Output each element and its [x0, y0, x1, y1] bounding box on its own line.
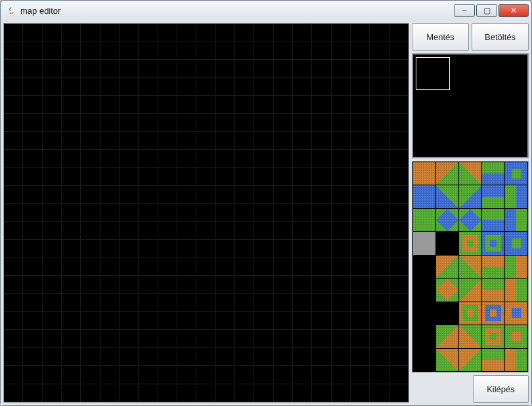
grid-cell[interactable] — [216, 132, 235, 150]
grid-cell[interactable] — [332, 294, 351, 311]
palette-tile[interactable] — [505, 302, 527, 325]
grid-cell[interactable] — [4, 96, 23, 114]
grid-cell[interactable] — [293, 150, 312, 168]
grid-cell[interactable] — [370, 186, 389, 204]
grid-cell[interactable] — [254, 330, 273, 348]
grid-cell[interactable] — [312, 276, 331, 294]
grid-cell[interactable] — [216, 312, 235, 330]
grid-cell[interactable] — [274, 24, 293, 41]
grid-cell[interactable] — [254, 78, 273, 95]
grid-cell[interactable] — [120, 168, 139, 185]
grid-cell[interactable] — [120, 60, 139, 78]
palette-tile[interactable] — [482, 325, 504, 348]
grid-cell[interactable] — [43, 348, 62, 366]
grid-cell[interactable] — [62, 204, 81, 221]
grid-cell[interactable] — [23, 24, 42, 41]
grid-cell[interactable] — [23, 294, 42, 311]
grid-cell[interactable] — [312, 168, 331, 185]
grid-cell[interactable] — [312, 132, 331, 150]
grid-cell[interactable] — [351, 258, 370, 276]
grid-cell[interactable] — [100, 150, 120, 168]
palette-tile[interactable] — [413, 325, 435, 348]
grid-cell[interactable] — [158, 222, 177, 240]
palette-tile[interactable] — [459, 209, 481, 231]
grid-cell[interactable] — [332, 60, 351, 78]
palette-tile[interactable] — [459, 232, 481, 254]
grid-cell[interactable] — [332, 24, 351, 41]
grid-cell[interactable] — [293, 384, 312, 402]
grid-cell[interactable] — [4, 294, 23, 311]
grid-cell[interactable] — [370, 222, 389, 240]
grid-cell[interactable] — [120, 258, 139, 276]
grid-cell[interactable] — [4, 168, 23, 185]
grid-cell[interactable] — [177, 312, 196, 330]
grid-cell[interactable] — [43, 96, 62, 114]
grid-cell[interactable] — [43, 240, 62, 258]
grid-cell[interactable] — [177, 222, 196, 240]
grid-cell[interactable] — [81, 114, 100, 131]
grid-cell[interactable] — [293, 114, 312, 131]
grid-cell[interactable] — [389, 366, 409, 384]
grid-cell[interactable] — [351, 312, 370, 330]
grid-cell[interactable] — [43, 41, 62, 59]
grid-cell[interactable] — [23, 366, 42, 384]
grid-cell[interactable] — [43, 132, 62, 150]
grid-cell[interactable] — [235, 348, 254, 366]
palette-tile[interactable] — [482, 349, 504, 371]
grid-cell[interactable] — [196, 258, 215, 276]
grid-cell[interactable] — [139, 276, 158, 294]
palette-tile[interactable] — [436, 302, 458, 325]
grid-cell[interactable] — [139, 330, 158, 348]
grid-cell[interactable] — [216, 294, 235, 311]
palette-tile[interactable] — [436, 279, 458, 301]
grid-cell[interactable] — [254, 41, 273, 59]
grid-cell[interactable] — [216, 150, 235, 168]
grid-cell[interactable] — [274, 114, 293, 131]
grid-cell[interactable] — [81, 186, 100, 204]
grid-cell[interactable] — [332, 348, 351, 366]
grid-cell[interactable] — [158, 312, 177, 330]
grid-cell[interactable] — [81, 276, 100, 294]
grid-cell[interactable] — [332, 78, 351, 95]
grid-cell[interactable] — [81, 41, 100, 59]
grid-cell[interactable] — [139, 258, 158, 276]
grid-cell[interactable] — [177, 114, 196, 131]
grid-cell[interactable] — [158, 150, 177, 168]
grid-cell[interactable] — [158, 186, 177, 204]
grid-cell[interactable] — [351, 366, 370, 384]
grid-cell[interactable] — [351, 24, 370, 41]
grid-cell[interactable] — [23, 384, 42, 402]
grid-cell[interactable] — [196, 222, 215, 240]
grid-cell[interactable] — [100, 294, 120, 311]
palette-tile[interactable] — [505, 185, 527, 208]
palette-tile[interactable] — [482, 209, 504, 231]
grid-cell[interactable] — [43, 276, 62, 294]
grid-cell[interactable] — [351, 276, 370, 294]
grid-cell[interactable] — [235, 78, 254, 95]
grid-cell[interactable] — [62, 132, 81, 150]
grid-cell[interactable] — [351, 240, 370, 258]
grid-cell[interactable] — [332, 366, 351, 384]
grid-cell[interactable] — [389, 41, 409, 59]
grid-cell[interactable] — [62, 330, 81, 348]
grid-cell[interactable] — [62, 276, 81, 294]
grid-cell[interactable] — [139, 366, 158, 384]
grid-cell[interactable] — [23, 312, 42, 330]
grid-cell[interactable] — [4, 204, 23, 221]
grid-cell[interactable] — [312, 240, 331, 258]
grid-cell[interactable] — [23, 330, 42, 348]
grid-cell[interactable] — [196, 348, 215, 366]
grid-cell[interactable] — [389, 168, 409, 185]
grid-cell[interactable] — [235, 24, 254, 41]
grid-cell[interactable] — [370, 204, 389, 221]
grid-cell[interactable] — [100, 78, 120, 95]
grid-cell[interactable] — [177, 330, 196, 348]
grid-cell[interactable] — [235, 168, 254, 185]
grid-cell[interactable] — [254, 222, 273, 240]
grid-cell[interactable] — [81, 60, 100, 78]
grid-cell[interactable] — [216, 60, 235, 78]
grid-cell[interactable] — [139, 384, 158, 402]
grid-cell[interactable] — [139, 96, 158, 114]
grid-cell[interactable] — [177, 60, 196, 78]
palette-tile[interactable] — [482, 232, 504, 254]
